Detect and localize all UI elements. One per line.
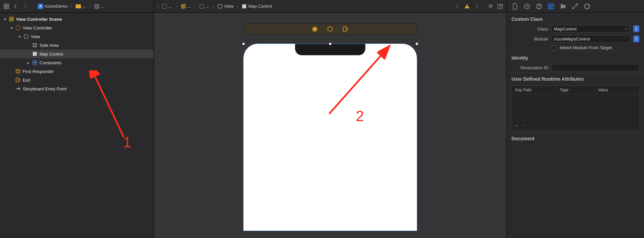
identity-header: Identity — [507, 52, 644, 63]
identity-inspector-icon[interactable] — [548, 3, 554, 10]
viewcontroller-icon — [15, 25, 21, 30]
class-label: Class — [512, 26, 548, 31]
storyboard-icon — [94, 4, 99, 9]
svg-point-22 — [539, 8, 539, 8]
view-label: View — [31, 34, 40, 39]
svg-line-19 — [329, 54, 383, 114]
exit-label: Exit — [23, 78, 30, 83]
svg-rect-4 — [16, 78, 19, 82]
module-label: Module — [512, 36, 548, 42]
runtime-table-header: Key Path Type Value — [512, 86, 639, 94]
jump-label: ... — [101, 4, 104, 9]
svg-point-29 — [562, 7, 563, 8]
jump-label: ... — [82, 4, 86, 9]
separator — [32, 3, 32, 10]
restoration-label: Restoration ID — [512, 65, 548, 70]
customclass-header: Custom Class — [507, 13, 644, 24]
history-inspector-icon[interactable] — [524, 3, 530, 10]
chevron-right-icon: › — [89, 4, 91, 9]
runtime-table-body[interactable] — [512, 94, 639, 121]
attributes-inspector-icon[interactable] — [560, 3, 566, 10]
exit-icon — [15, 77, 21, 83]
svg-rect-0 — [4, 4, 6, 6]
restoration-input[interactable] — [552, 64, 639, 71]
svg-point-28 — [564, 6, 565, 7]
scene-icon — [9, 16, 14, 22]
annotation-arrow-2 — [326, 44, 393, 117]
connections-inspector-icon[interactable] — [584, 3, 590, 10]
outline-safearea[interactable]: Safe Area — [0, 41, 154, 50]
entrypoint-icon — [15, 86, 21, 91]
svg-line-5 — [94, 74, 124, 137]
back-icon[interactable] — [12, 3, 19, 10]
entrypoint-label: Storyboard Entry Point — [23, 86, 67, 91]
inherit-label: Inherit Module From Target — [560, 45, 612, 50]
jump-project[interactable]: A AzureDemo — [36, 3, 70, 10]
outline-view[interactable]: ▾ View — [0, 32, 154, 41]
remove-attr-button[interactable]: － — [522, 123, 527, 129]
file-inspector-icon[interactable] — [512, 3, 518, 10]
canvas[interactable] — [154, 0, 507, 238]
class-input[interactable] — [552, 25, 630, 32]
firstresponder-label: First Responder — [23, 69, 54, 74]
runtime-table-footer: ＋ － — [512, 121, 639, 130]
jumpbar: A AzureDemo › ... › ... — [36, 3, 151, 10]
scene-label: View Controller Scene — [16, 17, 62, 22]
firstresponder-dock-icon[interactable] — [327, 26, 333, 32]
class-row: Class ➜ — [507, 24, 644, 34]
jump-seg[interactable]: ... — [92, 3, 106, 10]
selection-handle[interactable] — [416, 43, 418, 45]
size-inspector-icon[interactable] — [572, 3, 578, 10]
mapcontrol-label: Map Control — [39, 52, 63, 57]
outline-viewcontroller[interactable]: ▾ View Controller — [0, 23, 154, 32]
firstresponder-icon — [15, 69, 21, 74]
left-toolbar: A AzureDemo › ... › ... — [0, 0, 154, 13]
inspector-tabs — [507, 0, 644, 13]
col-value[interactable]: Value — [595, 86, 639, 94]
chevron-right-icon: › — [70, 4, 73, 9]
project-icon: A — [38, 4, 43, 9]
module-input[interactable] — [552, 35, 630, 43]
inherit-checkbox[interactable] — [552, 46, 556, 50]
forward-icon[interactable] — [21, 3, 29, 10]
exit-dock-icon[interactable] — [343, 26, 349, 32]
safearea-label: Safe Area — [39, 43, 59, 48]
disclosure-down-icon[interactable]: ▾ — [3, 17, 7, 21]
svg-rect-23 — [549, 4, 554, 9]
view-icon — [23, 34, 29, 39]
disclosure-right-icon[interactable]: ▸ — [27, 61, 30, 64]
disclosure-down-icon[interactable]: ▾ — [10, 26, 13, 29]
module-dropdown-button[interactable] — [633, 35, 639, 42]
outline-constraints[interactable]: ▸ Constraints — [0, 58, 154, 67]
related-items-icon[interactable] — [3, 3, 10, 10]
outline-mapcontrol[interactable]: Map Control — [0, 50, 154, 58]
svg-rect-2 — [4, 7, 6, 9]
safearea-icon — [32, 43, 37, 48]
svg-point-27 — [561, 4, 562, 6]
restoration-row: Restoration ID — [507, 63, 644, 73]
help-inspector-icon[interactable] — [536, 3, 542, 10]
jump-folder[interactable]: ... — [74, 3, 88, 9]
vc-dock-icon[interactable] — [312, 26, 318, 32]
col-keypath[interactable]: Key Path — [512, 86, 556, 94]
annotation-arrow-1 — [74, 70, 130, 141]
svg-rect-3 — [7, 7, 9, 9]
col-type[interactable]: Type — [556, 86, 595, 94]
class-dropdown-button[interactable] — [633, 25, 639, 32]
disclosure-down-icon[interactable]: ▾ — [18, 35, 21, 38]
svg-rect-18 — [343, 27, 346, 31]
selection-handle[interactable] — [242, 43, 245, 45]
goto-class-icon[interactable]: ➜ — [624, 26, 628, 31]
constraints-icon — [32, 60, 37, 65]
project-name: AzureDemo — [44, 4, 68, 9]
svg-rect-17 — [314, 28, 316, 30]
runtime-table: Key Path Type Value ＋ － — [512, 86, 639, 130]
module-row: Module — [507, 34, 644, 44]
scene-dock[interactable] — [243, 23, 417, 35]
outline-scene[interactable]: ▾ View Controller Scene — [0, 15, 154, 23]
folder-icon — [76, 4, 81, 8]
add-attr-button[interactable]: ＋ — [515, 123, 519, 129]
vc-label: View Controller — [23, 25, 52, 30]
inherit-row: Inherit Module From Target — [507, 44, 644, 52]
svg-rect-1 — [7, 4, 9, 6]
